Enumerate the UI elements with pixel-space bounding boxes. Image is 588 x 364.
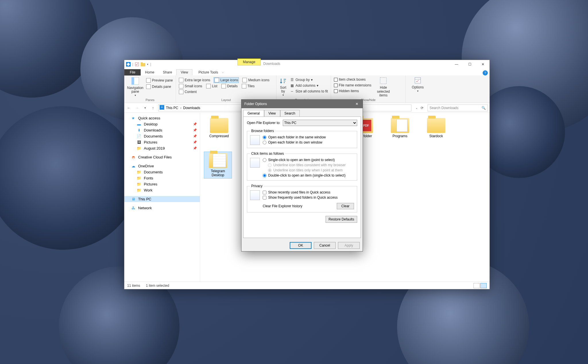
- click-items-legend: Click items as follows: [250, 152, 285, 156]
- options-button[interactable]: Options▾: [408, 77, 428, 93]
- nav-od-fonts[interactable]: 📁Fonts: [124, 175, 200, 181]
- nav-documents[interactable]: 📄Documents📌: [124, 133, 200, 139]
- clear-button[interactable]: Clear: [337, 203, 354, 209]
- folder-compressed[interactable]: Compressed: [205, 118, 233, 138]
- layout-small[interactable]: Small icons: [178, 84, 203, 89]
- nav-back-button[interactable]: ←: [126, 106, 132, 110]
- search-input[interactable]: Search Downloads 🔍: [428, 104, 488, 111]
- pin-icon: 📌: [193, 140, 197, 144]
- layout-large[interactable]: Large icons: [214, 77, 239, 83]
- address-dropdown-icon[interactable]: ⌄: [415, 106, 418, 109]
- tab-share[interactable]: Share: [158, 69, 176, 75]
- svg-rect-3: [141, 62, 143, 64]
- qat-properties-icon[interactable]: [135, 62, 139, 66]
- browse-folders-icon: [250, 135, 260, 145]
- hidden-items-toggle[interactable]: Hidden items: [333, 89, 372, 93]
- restore-defaults-button[interactable]: Restore Defaults: [326, 216, 357, 223]
- apply-button[interactable]: Apply: [338, 242, 360, 249]
- ok-button[interactable]: OK: [290, 242, 312, 249]
- nav-quick-access[interactable]: ★Quick access: [124, 115, 200, 121]
- sort-by-button[interactable]: Sort by▾: [279, 77, 287, 98]
- size-columns-button[interactable]: ↔Size all columns to fit: [289, 89, 328, 94]
- help-icon[interactable]: ?: [483, 70, 488, 75]
- nav-onedrive[interactable]: ☁OneDrive: [124, 163, 200, 169]
- nav-up-button[interactable]: ↑: [150, 106, 156, 110]
- tab-file[interactable]: File: [124, 69, 141, 75]
- nav-network[interactable]: 🖧Network: [124, 205, 200, 211]
- checkbox-icon: [334, 78, 338, 82]
- nav-od-pictures[interactable]: 📁Pictures: [124, 181, 200, 187]
- folder-telegram-desktop[interactable]: Telegram Desktop: [204, 152, 232, 178]
- radio-own-window[interactable]: Open each folder in its own window: [263, 140, 326, 144]
- item-check-boxes-toggle[interactable]: Item check boxes: [333, 77, 372, 82]
- nav-downloads[interactable]: ⬇Downloads📌: [124, 127, 200, 133]
- check-frequent-folders[interactable]: Show frequently used folders in Quick ac…: [263, 195, 354, 200]
- minimize-button[interactable]: ―: [450, 60, 463, 69]
- radio-single-click[interactable]: Single-click to open an item (point to s…: [263, 158, 346, 162]
- maximize-button[interactable]: ☐: [463, 60, 476, 69]
- layout-medium[interactable]: Medium icons: [242, 77, 270, 83]
- nav-creative-cloud[interactable]: ◓Creative Cloud Files: [124, 154, 200, 160]
- crumb-downloads[interactable]: Downloads: [183, 106, 200, 110]
- folder-sync-icon: 📁: [136, 176, 142, 180]
- browse-folders-group: Browse folders Open each folder in the s…: [247, 129, 357, 148]
- hide-selected-button[interactable]: Hide selected items: [374, 77, 393, 98]
- nav-recent-button[interactable]: ▾: [142, 106, 148, 109]
- layout-extra-large[interactable]: Extra large icons: [178, 77, 211, 83]
- view-large-icons-button[interactable]: [480, 283, 487, 288]
- dialog-close-button[interactable]: ✕: [351, 100, 363, 108]
- close-button[interactable]: ✕: [476, 60, 490, 69]
- details-pane-icon: [146, 84, 151, 89]
- small-icons-icon: [179, 84, 183, 88]
- details-pane-button[interactable]: Details pane: [146, 84, 173, 89]
- preview-pane-button[interactable]: Preview pane: [146, 78, 173, 83]
- layout-tiles[interactable]: Tiles: [241, 84, 255, 89]
- folder-options-dialog: Folder Options ✕ General View Search Ope…: [241, 99, 363, 251]
- tab-home[interactable]: Home: [141, 69, 158, 75]
- dialog-tab-general[interactable]: General: [243, 110, 264, 117]
- svg-rect-5: [131, 77, 134, 85]
- ribbon: Navigation pane ▾ Preview pane Details p…: [124, 75, 490, 103]
- group-by-button[interactable]: ☰Group by ▾: [289, 77, 328, 82]
- creative-cloud-icon: ◓: [131, 155, 136, 159]
- click-items-group: Click items as follows Single-click to o…: [247, 152, 357, 181]
- nav-od-documents[interactable]: 📁Documents: [124, 169, 200, 175]
- browse-folders-legend: Browse folders: [250, 129, 275, 133]
- tab-picture-tools[interactable]: Picture Tools: [194, 69, 222, 75]
- dialog-tab-search[interactable]: Search: [280, 110, 300, 117]
- folder-programs[interactable]: Programs: [386, 118, 414, 138]
- refresh-icon[interactable]: ⟳: [421, 106, 423, 110]
- qat-folder-icon[interactable]: [141, 62, 145, 66]
- open-to-select[interactable]: This PC: [283, 120, 357, 126]
- layout-content[interactable]: Content: [178, 89, 197, 94]
- check-recent-files[interactable]: Show recently used files in Quick access: [263, 190, 354, 194]
- status-bar: 11 items 1 item selected: [124, 282, 490, 289]
- layout-list[interactable]: List: [206, 84, 218, 89]
- content-icon: [179, 90, 183, 94]
- nav-this-pc[interactable]: 🖥This PC: [124, 196, 200, 202]
- this-pc-icon: 🖥: [131, 197, 136, 201]
- click-items-icon: [250, 158, 260, 168]
- crumb-this-pc[interactable]: This PC: [166, 106, 181, 110]
- radio-double-click[interactable]: Double-click to open an item (single-cli…: [263, 173, 346, 177]
- add-columns-button[interactable]: ▦Add columns ▾: [289, 83, 328, 88]
- cancel-button[interactable]: Cancel: [314, 242, 336, 249]
- ribbon-collapse-icon[interactable]: ˆ: [223, 72, 223, 75]
- folder-stardock[interactable]: Stardock: [422, 118, 450, 138]
- pin-icon: 📌: [193, 128, 197, 132]
- add-columns-icon: ▦: [290, 83, 294, 88]
- nav-forward-button[interactable]: →: [134, 106, 140, 110]
- nav-desktop[interactable]: ▬Desktop📌: [124, 121, 200, 127]
- dialog-tab-view[interactable]: View: [264, 110, 280, 117]
- navigation-pane-button[interactable]: Navigation pane ▾: [127, 77, 144, 98]
- nav-od-work[interactable]: 📁Work: [124, 187, 200, 193]
- view-details-button[interactable]: [473, 283, 480, 288]
- layout-details[interactable]: Details: [221, 84, 238, 89]
- nav-pictures[interactable]: 🖼Pictures📌: [124, 139, 200, 145]
- nav-august-2019[interactable]: 📁August 2019📌: [124, 145, 200, 151]
- checkbox-icon: [334, 84, 338, 87]
- file-extensions-toggle[interactable]: File name extensions: [333, 83, 372, 88]
- tab-view[interactable]: View: [176, 69, 192, 75]
- radio-same-window[interactable]: Open each folder in the same window: [263, 135, 326, 139]
- manage-tab[interactable]: Manage: [237, 59, 261, 65]
